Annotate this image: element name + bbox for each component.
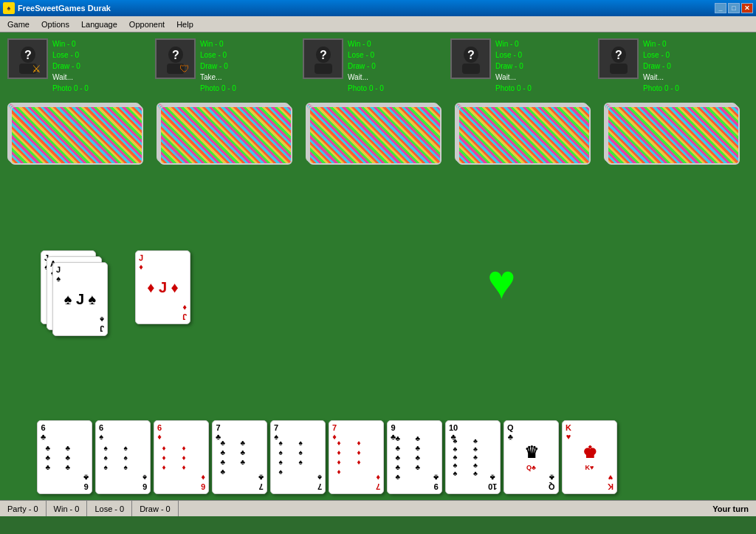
player-stats-1: Win - 0 Lose - 0 Draw - 0 Wait... Photo … <box>52 38 89 94</box>
player-stats-4: Win - 0 Lose - 0 Draw - 0 Wait... Photo … <box>495 38 532 94</box>
status-party: Party - 0 <box>0 501 47 516</box>
hand-card-7diamonds[interactable]: 7♦ ♦♦♦♦♦♦♦ 7♦ <box>329 420 384 494</box>
svg-rect-13 <box>610 64 628 74</box>
player-panel-3: ? Win - 0 Lose - 0 Draw - 0 Wait... Phot… <box>303 38 450 94</box>
svg-rect-10 <box>462 64 480 74</box>
svg-text:?: ? <box>320 49 327 61</box>
hand-card-6spades[interactable]: 6♠ ♠♠♠♠♠♠ 6♠ <box>95 420 151 494</box>
card-pile-1 <box>7 103 148 165</box>
status-draw: Draw - 0 <box>132 501 179 516</box>
titlebar: ♠ FreeSweetGames Durak _ □ ✕ <box>0 0 756 16</box>
minimize-button[interactable]: _ <box>715 3 726 13</box>
jack-diamonds-stack: J♦ ♦ J ♦ J♦ <box>135 250 190 339</box>
player-stats-3: Win - 0 Lose - 0 Draw - 0 Wait... Photo … <box>348 38 384 94</box>
jack-spades-stack: J♠ J J♠ A♠ ♠ A♠ J♠ ♠ J ♠ J♠ <box>41 250 107 339</box>
hand-card-khearts[interactable]: K♥ ♚ K♥ K♥ <box>562 420 617 494</box>
status-lose: Lose - 0 <box>87 501 132 516</box>
hand-card-qclubs[interactable]: Q♣ ♛ Q♣ Q♣ <box>504 420 559 494</box>
card-pile-3 <box>306 103 446 165</box>
player-panel-2: ? 🛡 Win - 0 Lose - 0 Draw - 0 Take... Ph… <box>155 38 303 94</box>
status-win: Win - 0 <box>47 501 88 516</box>
hand-card-7spades[interactable]: 7♠ ♠♠♠♠♠♠♠ 7♠ <box>270 420 326 494</box>
titlebar-left: ♠ FreeSweetGames Durak <box>3 2 111 14</box>
player-panel-5: ? Win - 0 Lose - 0 Draw - 0 Wait... Phot… <box>598 38 746 94</box>
menu-opponent[interactable]: Opponent <box>123 18 171 30</box>
close-button[interactable]: ✕ <box>741 3 753 13</box>
card-jack-diamonds[interactable]: J♦ ♦ J ♦ J♦ <box>135 250 190 324</box>
card-pile-5 <box>604 103 744 165</box>
player-hand: 6♣ ♣♣♣♣♣♣ 6♣ 6♠ ♠♠♠♠♠♠ 6♠ 6♦ ♦♦♦♦♦♦ 6♦ 7… <box>37 420 617 494</box>
titlebar-buttons[interactable]: _ □ ✕ <box>715 3 753 13</box>
menu-options[interactable]: Options <box>35 18 75 30</box>
player-stats-5: Win - 0 Lose - 0 Draw - 0 Wait... Photo … <box>643 38 679 94</box>
center-play-area: J♠ J J♠ A♠ ♠ A♠ J♠ ♠ J ♠ J♠ J♦ <box>41 250 190 339</box>
cards-row <box>0 103 756 165</box>
hand-card-6diamonds[interactable]: 6♦ ♦♦♦♦♦♦ 6♦ <box>154 420 209 494</box>
player-panel-4: ? Win - 0 Lose - 0 Draw - 0 Wait... Phot… <box>450 38 598 94</box>
player-panel-1: ? ⚔ Win - 0 Lose - 0 Draw - 0 Wait... Ph… <box>7 38 155 94</box>
player-avatar-4: ? <box>450 38 491 79</box>
card-pile-2 <box>157 103 297 165</box>
player-avatar-5: ? <box>598 38 639 79</box>
player-avatar-2: ? 🛡 <box>155 38 196 79</box>
status-turn: Your turn <box>705 501 756 516</box>
hand-card-7clubs[interactable]: 7♣ ♣♣♣♣♣♣♣ 7♣ <box>212 420 267 494</box>
titlebar-title: FreeSweetGames Durak <box>18 4 111 13</box>
menu-language[interactable]: Language <box>75 18 123 30</box>
svg-text:?: ? <box>615 49 622 61</box>
menubar: Game Options Language Opponent Help <box>0 16 756 32</box>
players-row: ? ⚔ Win - 0 Lose - 0 Draw - 0 Wait... Ph… <box>0 32 756 100</box>
svg-text:?: ? <box>467 49 475 61</box>
player-avatar-1: ? ⚔ <box>7 38 48 79</box>
svg-rect-7 <box>315 64 332 74</box>
card-jack-spades-top[interactable]: J♠ ♠ J ♠ J♠ <box>52 262 108 336</box>
svg-text:?: ? <box>24 49 32 61</box>
trump-heart: ♥ <box>487 258 516 306</box>
game-area: ? ⚔ Win - 0 Lose - 0 Draw - 0 Wait... Ph… <box>0 32 756 516</box>
hand-card-9clubs[interactable]: 9♣ ♣♣♣♣♣♣♣♣♣ 9♣ <box>387 420 442 494</box>
maximize-button[interactable]: □ <box>728 3 740 13</box>
player-avatar-3: ? <box>303 38 343 79</box>
card-pile-4 <box>455 103 595 165</box>
app-icon: ♠ <box>3 2 15 14</box>
menu-game[interactable]: Game <box>1 18 35 30</box>
statusbar: Party - 0 Win - 0 Lose - 0 Draw - 0 Your… <box>0 500 756 516</box>
hand-card-6clubs[interactable]: 6♣ ♣♣♣♣♣♣ 6♣ <box>37 420 92 494</box>
menu-help[interactable]: Help <box>171 18 199 30</box>
svg-text:?: ? <box>172 49 179 61</box>
player-stats-2: Win - 0 Lose - 0 Draw - 0 Take... Photo … <box>200 38 236 94</box>
hand-card-10clubs[interactable]: 10♣ ♣♣♣♣♣♣♣♣♣♣ 10♣ <box>445 420 501 494</box>
